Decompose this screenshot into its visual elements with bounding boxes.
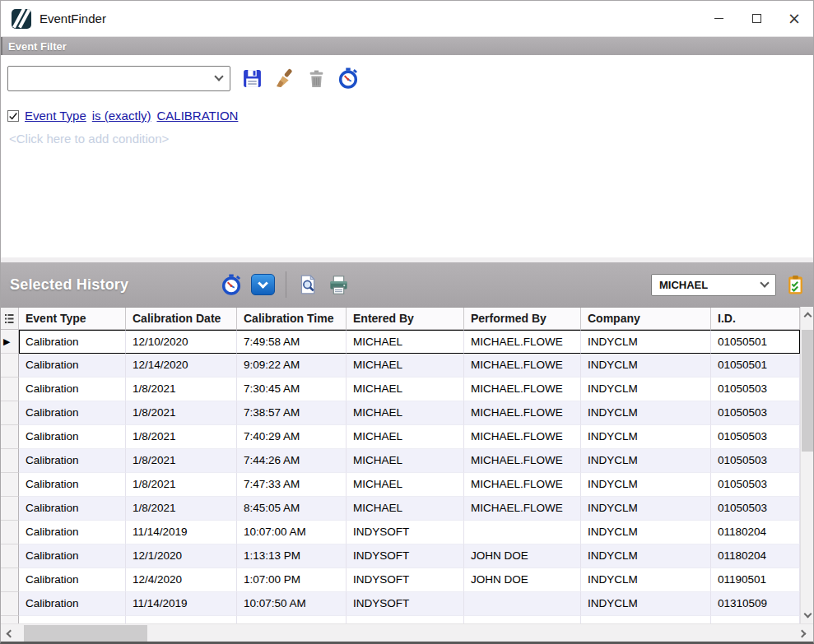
table-row[interactable]: ▶Calibration12/10/20207:49:58 AMMICHAELM… [1,330,800,354]
cell-calibration-date[interactable]: 1/8/2021 [126,378,237,401]
cell-company[interactable]: INDYCLM [581,568,711,592]
row-indicator[interactable] [1,544,19,568]
print-button[interactable] [328,274,350,296]
cell-i-d[interactable]: 01310509 [711,592,800,616]
cell-entered-by[interactable]: MICHAEL [347,473,464,497]
cell-calibration-date[interactable]: 1/8/2021 [126,425,237,449]
column-header-entered-by[interactable]: Entered By [347,308,464,330]
cell-entered-by[interactable]: MICHAEL [347,330,464,354]
cell-i-d[interactable]: 01310510 [711,616,800,623]
cell-performed-by[interactable]: MICHAEL.FLOWE [464,401,581,425]
close-button[interactable]: × [775,1,813,36]
row-indicator[interactable] [1,449,19,473]
row-indicator[interactable] [1,616,19,623]
scroll-down-button[interactable] [801,607,813,623]
print-preview-button[interactable] [296,274,319,296]
vertical-scrollbar[interactable] [800,307,813,623]
cell-i-d[interactable]: 01050503 [711,473,800,497]
cell-performed-by[interactable]: JOHN DOE [464,568,581,592]
cell-company[interactable]: INDYCLM [581,473,711,497]
table-row[interactable]: Calibration12/14/20209:09:22 AMMICHAELMI… [1,354,800,378]
cell-calibration-date[interactable]: 12/1/2020 [126,544,237,568]
cell-event-type[interactable]: Calibration [19,330,126,354]
condition-field-link[interactable]: Event Type [25,109,86,123]
cell-i-d[interactable]: 01180204 [711,521,800,544]
cell-company[interactable]: INDYCLM [581,592,711,616]
cell-entered-by[interactable]: MICHAEL [347,401,464,425]
cell-calibration-date[interactable]: 12/14/2020 [126,354,237,378]
cell-i-d[interactable]: 01050503 [711,401,800,425]
minimize-button[interactable] [700,1,737,36]
cell-performed-by[interactable]: MICHAEL.FLOWE [464,330,581,354]
cell-company[interactable]: INDYCLM [581,378,711,401]
title-bar[interactable]: EventFinder × [1,1,813,37]
scroll-right-button[interactable] [795,624,812,642]
scroll-up-button[interactable] [801,307,813,323]
cell-performed-by[interactable]: JOHN DOE [464,544,581,568]
cell-company[interactable]: INDYCLM [581,401,711,425]
row-indicator[interactable]: ▶ [1,330,19,354]
cell-i-d[interactable]: 01050503 [711,449,800,473]
cell-event-type[interactable]: Calibration [19,473,126,497]
condition-checkbox[interactable] [7,110,19,122]
cell-i-d[interactable]: 01050501 [711,330,800,354]
row-indicator[interactable] [1,497,19,521]
cell-performed-by[interactable] [464,592,581,616]
cell-event-type[interactable]: Calibration [19,544,126,568]
row-indicator[interactable] [1,568,19,592]
cell-calibration-time[interactable]: 1:07:00 PM [237,568,347,592]
row-selector-header[interactable] [1,308,19,330]
cell-performed-by[interactable]: MICHAEL.FLOWE [464,497,581,521]
cell-entered-by[interactable]: INDYSOFT [347,544,464,568]
column-header-event-type[interactable]: Event Type [19,308,126,330]
condition-value-link[interactable]: CALIBRATION [156,109,238,123]
cell-calibration-date[interactable]: 1/8/2021 [126,449,237,473]
delete-filter-button[interactable] [305,67,327,89]
cell-calibration-date[interactable]: 12/10/2020 [126,330,237,354]
cell-performed-by[interactable]: MICHAEL.FLOWE [464,354,581,378]
horizontal-scrollbar[interactable] [1,623,813,642]
table-row[interactable]: Calibration12/4/20201:07:00 PMINDYSOFTJO… [1,568,800,592]
cell-event-type[interactable]: Calibration [19,378,126,401]
cell-calibration-time[interactable]: 7:43:36 AM [237,616,347,623]
row-indicator[interactable] [1,521,19,544]
cell-event-type[interactable]: Calibration [19,354,126,378]
cell-entered-by[interactable]: MICHAEL [347,616,464,623]
row-indicator[interactable] [1,425,19,449]
filter-conditions-area[interactable]: Event Type is (exactly) CALIBRATION <Cli… [1,101,813,257]
cell-calibration-time[interactable]: 9:09:22 AM [237,354,347,378]
row-indicator[interactable] [1,473,19,497]
cell-company[interactable]: INDYCLM [581,497,711,521]
cell-event-type[interactable]: Calibration [19,497,126,521]
table-row[interactable]: Calibration1/8/20217:44:26 AMMICHAELMICH… [1,449,800,473]
column-header-calibration-date[interactable]: Calibration Date [126,308,237,330]
cell-calibration-date[interactable]: 1/8/2021 [126,473,237,497]
cell-event-type[interactable]: Calibration [19,616,126,623]
cell-entered-by[interactable]: MICHAEL [347,497,464,521]
cell-calibration-time[interactable]: 10:07:50 AM [237,592,347,616]
cell-event-type[interactable]: Calibration [19,568,126,592]
cell-entered-by[interactable]: MICHAEL [347,378,464,401]
cell-calibration-time[interactable]: 7:44:26 AM [237,449,347,473]
table-row[interactable]: Calibration11/14/201910:07:00 AMINDYSOFT… [1,521,800,544]
table-row[interactable]: Calibration1/8/20217:47:33 AMMICHAELMICH… [1,473,800,497]
table-row[interactable]: Calibration12/1/20201:13:13 PMINDYSOFTJO… [1,544,800,568]
refresh-history-button[interactable] [220,274,242,296]
cell-performed-by[interactable]: MICHAEL.FLOWE [464,378,581,401]
cell-calibration-time[interactable]: 7:30:45 AM [237,378,347,401]
row-indicator[interactable] [1,592,19,616]
cell-company[interactable]: INDYCLM [581,616,711,623]
cell-performed-by[interactable]: MICHAEL.FLOWE [464,616,581,623]
cell-entered-by[interactable]: INDYSOFT [347,521,464,544]
vertical-scrollbar-thumb[interactable] [802,330,813,452]
add-condition-placeholder[interactable]: <Click here to add condition> [7,132,813,146]
cell-i-d[interactable]: 01050503 [711,497,800,521]
column-header-performed-by[interactable]: Performed By [464,308,581,330]
cell-event-type[interactable]: Calibration [19,425,126,449]
table-row[interactable]: Calibration1/8/20217:38:57 AMMICHAELMICH… [1,401,800,425]
cell-i-d[interactable]: 01050503 [711,425,800,449]
row-indicator[interactable] [1,378,19,401]
cell-entered-by[interactable]: MICHAEL [347,449,464,473]
cell-calibration-time[interactable]: 7:38:57 AM [237,401,347,425]
cell-entered-by[interactable]: MICHAEL [347,354,464,378]
